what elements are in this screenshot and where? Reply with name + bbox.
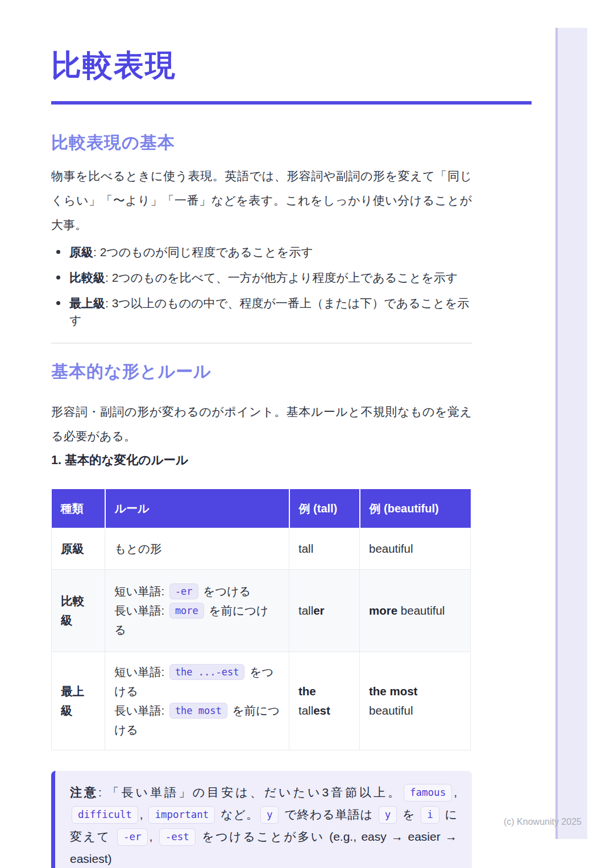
code-chip: difficult [72, 806, 138, 824]
code-chip: y [260, 806, 279, 824]
cell-rule: 短い単語: the ...-est をつける長い単語: the most を前に… [105, 652, 289, 750]
cell-example-tall: taller [289, 570, 360, 652]
cell-example-beautiful: the mostbeautiful [360, 652, 471, 750]
paragraph-basics: 物事を比べるときに使う表現。英語では、形容詞や副詞の形を変えて「同じくらい」「〜… [51, 164, 472, 237]
list-item: 原級: 2つのものが同じ程度であることを示す [51, 244, 472, 261]
code-chip: i [421, 806, 439, 824]
cell-example-tall: thetallest [289, 652, 360, 750]
code-chip: important [148, 806, 215, 824]
section-divider [51, 343, 472, 344]
note-callout: 注意: 「長い単語」の目安は、だいたい3音節以上。famous, difficu… [51, 771, 472, 868]
term: 比較級 [69, 271, 105, 284]
section-heading-rules: 基本的な形とルール [51, 361, 472, 382]
cell-rule: もとの形 [105, 528, 289, 570]
term: 最上級 [69, 297, 105, 310]
table-header-cell-rule: ルール [105, 489, 289, 528]
scrollbar-track[interactable] [555, 28, 587, 839]
bullet-dot-icon [56, 301, 60, 305]
page-title: 比較表現 [51, 48, 472, 83]
cell-rule: 短い単語: -er をつける長い単語: more を前につける [105, 570, 289, 652]
table-header-cell-example-tall: 例 (tall) [289, 489, 360, 528]
code-chip: -est [159, 828, 196, 846]
table-header-cell-example-beautiful: 例 (beautiful) [360, 489, 471, 528]
page-content: 比較表現 比較表現の基本 物事を比べるときに使う表現。英語では、形容詞や副詞の形… [51, 0, 472, 868]
cell-example-tall: tall [289, 528, 360, 570]
code-chip: more [169, 603, 204, 619]
list-item: 最上級: 3つ以上のものの中で、程度が一番上（または下）であることを示す [51, 295, 472, 329]
cell-kind: 最上級 [52, 652, 105, 750]
table-row: 原級 もとの形 tall beautiful [52, 528, 471, 570]
code-chip: the ...-est [169, 664, 245, 680]
title-underline [51, 101, 532, 105]
term-description: : 3つ以上のものの中で、程度が一番上（または下）であることを示す [69, 297, 469, 327]
subsection-heading-1: 1. 基本的な変化のルール [51, 452, 472, 469]
term: 原級 [69, 245, 93, 258]
cell-example-beautiful: more beautiful [360, 570, 471, 652]
code-chip: -er [117, 828, 148, 846]
paragraph-rules: 形容詞・副詞の形が変わるのがポイント。基本ルールと不規則なものを覚える必要がある… [51, 399, 472, 448]
term-description: : 2つのものを比べて、一方が他方より程度が上であることを示す [105, 271, 458, 284]
bullet-dot-icon [56, 250, 60, 254]
code-chip: the most [169, 703, 227, 719]
note-label: 注意 [70, 786, 98, 799]
document-page: 比較表現 比較表現の基本 物事を比べるときに使う表現。英語では、形容詞や副詞の形… [0, 0, 614, 868]
table-row: 最上級 短い単語: the ...-est をつける長い単語: the most… [52, 652, 471, 750]
note-content: : 「長い単語」の目安は、だいたい3音節以上。famous, difficult… [70, 786, 457, 865]
cell-example-beautiful: beautiful [360, 528, 471, 570]
table-header-row: 種類 ルール 例 (tall) 例 (beautiful) [52, 489, 471, 528]
comparison-table: 種類 ルール 例 (tall) 例 (beautiful) 原級 もとの形 ta… [51, 489, 471, 750]
bullet-dot-icon [56, 276, 60, 279]
list-item: 比較級: 2つのものを比べて、一方が他方より程度が上であることを示す [51, 269, 472, 286]
cell-kind: 比較級 [52, 570, 105, 652]
code-chip: famous [404, 784, 452, 802]
bullet-list: 原級: 2つのものが同じ程度であることを示す 比較級: 2つのものを比べて、一方… [51, 244, 472, 329]
footer-copyright: (c) Knowunity 2025 [504, 817, 582, 827]
code-chip: y [379, 806, 397, 824]
code-chip: -er [169, 583, 198, 599]
table-header-cell-kind: 種類 [52, 489, 105, 528]
cell-kind: 原級 [52, 528, 105, 570]
table-row: 比較級 短い単語: -er をつける長い単語: more を前につける tall… [52, 570, 471, 652]
term-description: : 2つのものが同じ程度であることを示す [93, 245, 313, 258]
section-heading-basics: 比較表現の基本 [51, 132, 472, 153]
